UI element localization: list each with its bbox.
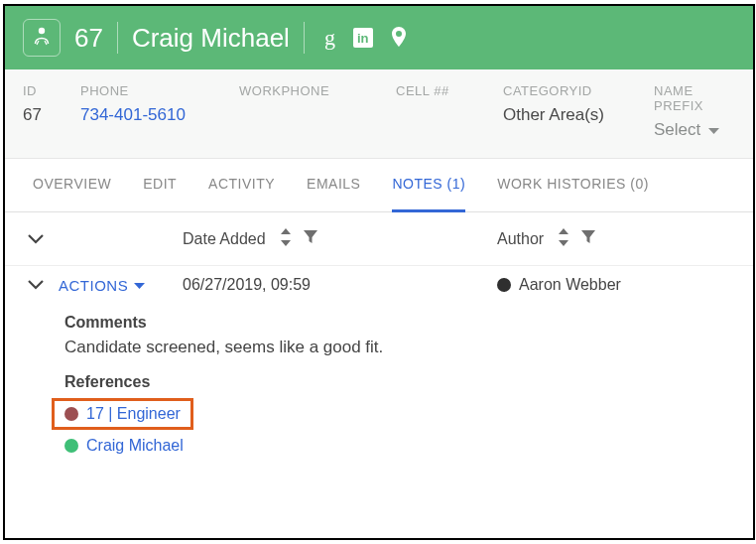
svg-point-0 xyxy=(39,28,45,34)
author-cell: Aaron Webber xyxy=(497,276,735,294)
location-icon[interactable] xyxy=(391,27,407,49)
info-row: ID 67 PHONE 734-401-5610 WORKPHONE CELL … xyxy=(5,69,753,159)
info-label-cell: CELL ## xyxy=(396,83,503,98)
references-heading: References xyxy=(64,373,735,391)
linkedin-icon[interactable]: in xyxy=(353,28,373,48)
actions-dropdown[interactable]: ACTIONS xyxy=(59,276,173,294)
info-col-prefix: NAME PREFIX Select xyxy=(654,83,735,140)
author-name: Aaron Webber xyxy=(519,276,621,294)
sort-icon[interactable] xyxy=(280,228,292,250)
date-added-value: 06/27/2019, 09:59 xyxy=(183,276,487,294)
info-value-phone[interactable]: 734-401-5610 xyxy=(80,105,239,125)
status-dot-icon xyxy=(64,439,78,453)
column-label: Author xyxy=(497,230,544,248)
record-panel: 67 Craig Michael g in ID 67 PHONE 734-40… xyxy=(3,4,755,540)
tab-overview[interactable]: OVERVIEW xyxy=(33,159,111,212)
status-dot-icon xyxy=(497,278,511,292)
actions-label: ACTIONS xyxy=(59,277,128,294)
table-row: ACTIONS 06/27/2019, 09:59 Aaron Webber xyxy=(5,266,753,294)
sort-icon[interactable] xyxy=(558,228,569,250)
person-icon xyxy=(33,26,51,50)
tab-work-histories[interactable]: WORK HISTORIES (0) xyxy=(497,159,649,212)
social-icons: g in xyxy=(324,25,407,51)
reference-highlight-box: 17 | Engineer xyxy=(52,398,193,430)
notes-table-header: Date Added Author xyxy=(5,212,753,266)
info-label-workphone: WORKPHONE xyxy=(239,83,396,98)
info-label-category: CATEGORYID xyxy=(503,83,654,98)
svg-text:in: in xyxy=(357,31,369,46)
tab-edit[interactable]: EDIT xyxy=(143,159,177,212)
caret-down-icon xyxy=(708,120,719,140)
status-dot-icon xyxy=(64,407,78,421)
tabs: OVERVIEW EDIT ACTIVITY EMAILS NOTES (1) … xyxy=(5,159,753,212)
info-label-phone: PHONE xyxy=(80,83,239,98)
reference-item: Craig Michael xyxy=(64,437,735,455)
header-divider xyxy=(117,22,118,54)
info-label-prefix: NAME PREFIX xyxy=(654,83,735,113)
comments-heading: Comments xyxy=(64,314,735,332)
record-header: 67 Craig Michael g in xyxy=(5,6,753,69)
tab-activity[interactable]: ACTIVITY xyxy=(208,159,275,212)
header-divider xyxy=(304,22,305,54)
record-type-icon-box xyxy=(23,19,61,57)
info-col-phone: PHONE 734-401-5610 xyxy=(80,83,239,140)
note-detail-block: Comments Candidate screened, seems like … xyxy=(5,294,753,467)
record-name: Craig Michael xyxy=(132,23,290,54)
row-expand-toggle[interactable] xyxy=(23,280,49,290)
reference-link[interactable]: 17 | Engineer xyxy=(86,405,181,423)
column-date-added[interactable]: Date Added xyxy=(183,228,487,250)
tab-notes[interactable]: NOTES (1) xyxy=(392,159,465,212)
column-author[interactable]: Author xyxy=(497,228,735,250)
info-value-id: 67 xyxy=(23,105,80,125)
google-icon[interactable]: g xyxy=(324,25,335,51)
comments-text: Candidate screened, seems like a good fi… xyxy=(64,338,735,357)
info-label-id: ID xyxy=(23,83,80,98)
prefix-select[interactable]: Select xyxy=(654,120,735,140)
info-col-id: ID 67 xyxy=(23,83,80,140)
reference-link[interactable]: Craig Michael xyxy=(86,437,184,455)
info-col-category: CATEGORYID Other Area(s) xyxy=(503,83,654,140)
column-label: Date Added xyxy=(183,230,266,248)
tab-emails[interactable]: EMAILS xyxy=(307,159,360,212)
info-value-category: Other Area(s) xyxy=(503,105,654,125)
prefix-select-value: Select xyxy=(654,120,700,140)
info-col-cell: CELL ## xyxy=(396,83,503,140)
caret-down-icon xyxy=(134,276,145,294)
filter-icon[interactable] xyxy=(304,230,317,248)
info-col-workphone: WORKPHONE xyxy=(239,83,396,140)
expand-all-toggle[interactable] xyxy=(23,234,49,244)
record-id: 67 xyxy=(74,23,103,54)
filter-icon[interactable] xyxy=(581,230,595,248)
